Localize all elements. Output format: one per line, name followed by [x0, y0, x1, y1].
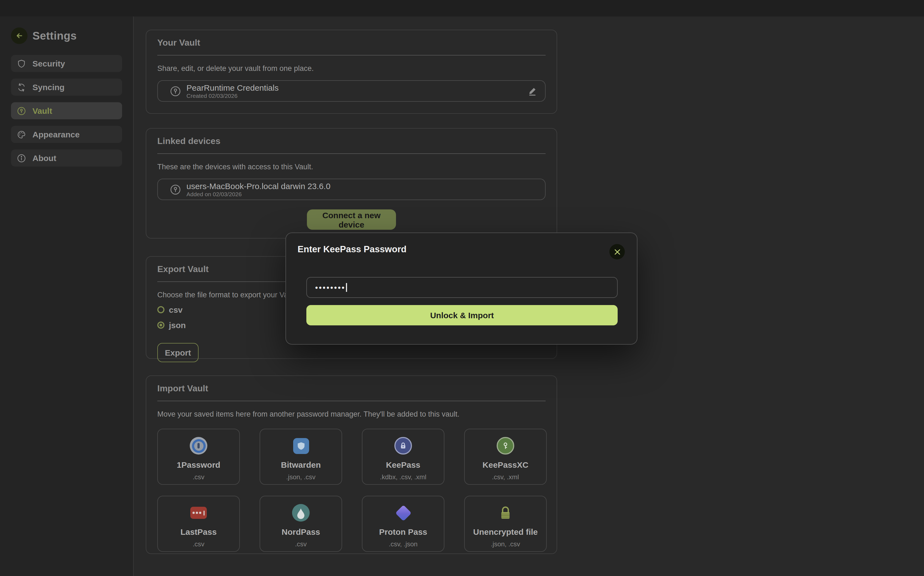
provider-formats: .json, .csv [260, 473, 342, 481]
shield-icon [17, 59, 26, 68]
provider-name: 1Password [158, 460, 239, 469]
radio-checked-icon[interactable] [157, 322, 164, 329]
device-row[interactable]: users-MacBook-Pro.local darwin 23.6.0 Ad… [157, 179, 545, 200]
sidebar-item-label: About [32, 154, 56, 163]
key-circle-icon [17, 106, 26, 115]
export-button[interactable]: Export [157, 343, 199, 362]
import-tile-unencrypted[interactable]: Unencrypted file .json, .csv [464, 496, 547, 552]
divider [157, 154, 545, 154]
unlock-import-button[interactable]: Unlock & Import [306, 305, 618, 325]
palette-icon [17, 130, 26, 139]
section-description: These are the devices with access to thi… [157, 163, 545, 171]
key-circle-icon [170, 85, 181, 96]
lastpass-icon [158, 504, 239, 522]
device-added-date: Added on 02/03/2026 [186, 191, 537, 197]
sync-icon [17, 83, 26, 91]
divider [157, 55, 545, 56]
keepass-icon [363, 437, 444, 455]
provider-formats: .csv, .xml [465, 473, 546, 481]
sidebar-item-appearance[interactable]: Appearance [11, 126, 122, 143]
info-icon [17, 154, 26, 162]
vault-item-texts: PearRuntime Credentials Created 02/03/20… [186, 83, 528, 99]
import-tile-nordpass[interactable]: NordPass .csv [260, 496, 342, 552]
provider-name: Proton Pass [363, 527, 444, 536]
close-icon [614, 248, 621, 255]
divider [157, 401, 545, 401]
nordpass-icon [260, 504, 342, 522]
your-vault-card: Your Vault Share, edit, or delete your v… [146, 30, 557, 114]
sidebar-header: Settings [11, 27, 133, 44]
import-vault-card: Import Vault Move your saved items here … [146, 375, 557, 554]
sidebar-item-security[interactable]: Security [11, 55, 122, 72]
vault-name: PearRuntime Credentials [186, 83, 528, 92]
unencrypted-lock-icon [465, 504, 546, 522]
linked-devices-card: Linked devices These are the devices wit… [146, 128, 557, 238]
radio-label: csv [169, 305, 183, 314]
pencil-edit-icon[interactable] [528, 86, 537, 96]
provider-formats: .csv [260, 540, 342, 548]
sidebar-item-label: Security [32, 59, 65, 68]
sidebar-item-vault[interactable]: Vault [11, 102, 122, 119]
protonpass-icon [363, 504, 444, 522]
import-tile-keepass[interactable]: KeePass .kdbx, .csv, .xml [362, 429, 444, 485]
window-titlebar [0, 0, 924, 16]
provider-formats: .json, .csv [465, 540, 546, 548]
provider-formats: .kdbx, .csv, .xml [363, 473, 444, 481]
section-title: Your Vault [157, 38, 545, 48]
password-masked-value: •••••••• [315, 283, 345, 291]
arrow-left-icon [15, 31, 24, 40]
import-provider-grid: 1Password .csv Bitwarden .json, .csv [157, 429, 545, 552]
device-texts: users-MacBook-Pro.local darwin 23.6.0 Ad… [186, 181, 537, 197]
password-input[interactable]: •••••••• [306, 277, 618, 298]
modal-title: Enter KeePass Password [298, 244, 406, 254]
radio-unchecked-icon[interactable] [157, 306, 164, 313]
import-tile-lastpass[interactable]: LastPass .csv [157, 496, 240, 552]
keepassxc-icon [465, 437, 546, 455]
bitwarden-icon [260, 437, 342, 455]
provider-formats: .csv [158, 473, 239, 481]
sidebar-item-about[interactable]: About [11, 149, 122, 166]
sidebar-item-label: Vault [32, 106, 52, 115]
modal-close-button[interactable] [610, 244, 625, 259]
sidebar-item-label: Syncing [32, 82, 65, 92]
radio-label: json [169, 320, 186, 330]
section-description: Share, edit, or delete your vault from o… [157, 64, 545, 72]
provider-name: Bitwarden [260, 460, 342, 469]
provider-name: LastPass [158, 527, 239, 536]
text-caret [346, 283, 347, 292]
section-title: Import Vault [157, 384, 545, 394]
connect-new-device-button[interactable]: Connect a new device [307, 210, 396, 230]
provider-name: Unencrypted file [465, 527, 546, 536]
settings-page: Settings Security Syncing [0, 0, 924, 576]
1password-icon [158, 437, 239, 455]
sidebar-nav: Security Syncing Vault [11, 55, 122, 166]
key-circle-icon [170, 184, 181, 195]
keepass-password-modal: Enter KeePass Password •••••••• Unlock &… [286, 232, 637, 345]
provider-formats: .csv [158, 540, 239, 548]
import-tile-bitwarden[interactable]: Bitwarden .json, .csv [260, 429, 342, 485]
vault-item-row[interactable]: PearRuntime Credentials Created 02/03/20… [157, 80, 545, 102]
back-button[interactable] [11, 27, 27, 44]
provider-formats: .csv, .json [363, 540, 444, 548]
provider-name: KeePassXC [465, 460, 546, 469]
page-title: Settings [32, 29, 77, 42]
device-name: users-MacBook-Pro.local darwin 23.6.0 [186, 181, 537, 191]
import-tile-keepassxc[interactable]: KeePassXC .csv, .xml [464, 429, 547, 485]
import-tile-1password[interactable]: 1Password .csv [157, 429, 240, 485]
section-title: Linked devices [157, 136, 545, 146]
sidebar-item-label: Appearance [32, 130, 80, 139]
section-description: Move your saved items here from another … [157, 410, 545, 418]
provider-name: KeePass [363, 460, 444, 469]
vault-created-date: Created 02/03/2026 [186, 92, 528, 99]
import-tile-protonpass[interactable]: Proton Pass .csv, .json [362, 496, 444, 552]
sidebar-item-syncing[interactable]: Syncing [11, 78, 122, 96]
provider-name: NordPass [260, 527, 342, 536]
sidebar: Settings Security Syncing [0, 16, 134, 576]
